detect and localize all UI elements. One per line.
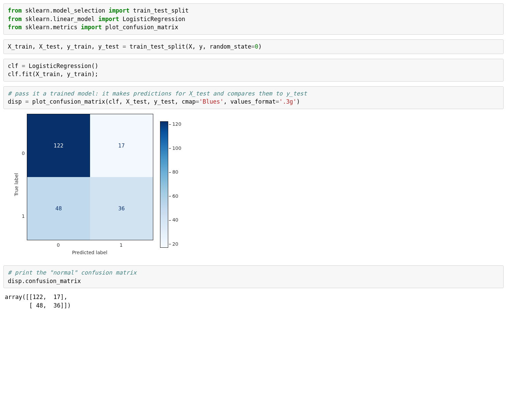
assignment-lhs: clf xyxy=(8,63,22,69)
code-cell-split[interactable]: X_train, X_test, y_train, y_test = train… xyxy=(3,39,504,54)
colorbar: 20406080100120 xyxy=(160,121,169,248)
func-name: train_test_split xyxy=(126,43,185,50)
colorbar-tick: 20 xyxy=(169,241,178,247)
keyword-import: import xyxy=(98,16,119,22)
code-cell-plot[interactable]: # pass it a trained model: it makes pred… xyxy=(3,86,504,109)
module-name: sklearn.linear_model xyxy=(25,16,95,22)
x-axis-label: Predicted label xyxy=(27,250,153,255)
number-literal: 0 xyxy=(255,43,258,50)
x-tick-1: 1 xyxy=(120,242,123,248)
assignment-lhs: X_train, X_test, y_train, y_test xyxy=(8,43,123,50)
code-cell-imports[interactable]: from sklearn.model_selection import trai… xyxy=(3,3,504,35)
args: , values_format xyxy=(224,98,276,105)
colorbar-tick: 40 xyxy=(169,217,178,223)
import-name: train_test_split xyxy=(133,7,189,14)
y-axis-label: True label xyxy=(14,173,19,196)
equals-op: = xyxy=(276,98,279,105)
heatmap-cell-00: 122 xyxy=(27,114,90,177)
keyword-from: from xyxy=(8,7,22,14)
module-name: sklearn.metrics xyxy=(25,24,77,31)
heatmap-row: 122 17 xyxy=(27,114,153,177)
heatmap-cell-01: 17 xyxy=(90,114,153,177)
assignment-lhs: disp xyxy=(8,98,25,105)
y-ticks: 0 1 xyxy=(22,122,25,247)
code-cell-print-cm[interactable]: # print the "normal" confusion matrix di… xyxy=(3,265,504,288)
expr: disp.confusion_matrix xyxy=(8,278,81,284)
colorbar-tick: 60 xyxy=(169,193,178,199)
equals-op: = xyxy=(251,43,255,50)
keyword-from: from xyxy=(8,16,22,22)
equals-op: = xyxy=(22,63,25,69)
keyword-from: from xyxy=(8,24,22,31)
plot-output: True label 0 1 122 17 48 36 0 xyxy=(3,114,504,255)
expr: LogisticRegression() xyxy=(25,63,98,69)
code-cell-fit[interactable]: clf = LogisticRegression() clf.fit(X_tra… xyxy=(3,59,504,82)
module-name: sklearn.model_selection xyxy=(25,7,105,14)
equals-op: = xyxy=(196,98,199,105)
close-paren: ) xyxy=(297,98,300,105)
colorbar-tick: 100 xyxy=(169,145,181,151)
keyword-import: import xyxy=(81,24,102,31)
close-paren: ) xyxy=(258,43,262,50)
colorbar-tick: 80 xyxy=(169,169,178,175)
keyword-import: import xyxy=(109,7,129,14)
comment: # print the "normal" confusion matrix xyxy=(8,269,137,276)
string-literal: '.3g' xyxy=(279,98,296,105)
func-call: plot_confusion_matrix(clf, X_test, y_tes… xyxy=(29,98,195,105)
heatmap-cell-11: 36 xyxy=(90,177,153,240)
comment: # pass it a trained model: it makes pred… xyxy=(8,90,307,97)
y-tick-0: 0 xyxy=(22,151,25,156)
string-literal: 'Blues' xyxy=(199,98,224,105)
x-ticks: 0 1 xyxy=(27,242,153,248)
import-name: plot_confusion_matrix xyxy=(105,24,178,31)
heatmap-cell-10: 48 xyxy=(27,177,90,240)
colorbar-tick: 120 xyxy=(169,121,181,127)
open-paren: ( xyxy=(185,43,189,50)
heatmap-row: 48 36 xyxy=(27,177,153,240)
y-tick-1: 1 xyxy=(22,213,25,219)
args: X, y, random_state xyxy=(189,43,251,50)
stmt: clf.fit(X_train, y_train); xyxy=(8,71,98,77)
confusion-matrix-heatmap: 122 17 48 36 xyxy=(27,114,153,240)
equals-op: = xyxy=(123,43,126,50)
colorbar-gradient xyxy=(160,121,168,248)
text-output: array([[122, 17], [ 48, 36]]) xyxy=(3,293,504,310)
array-output: array([[122, 17], [ 48, 36]]) xyxy=(5,293,504,310)
x-tick-0: 0 xyxy=(57,242,60,248)
import-name: LogisticRegression xyxy=(123,16,185,22)
equals-op: = xyxy=(25,98,29,105)
